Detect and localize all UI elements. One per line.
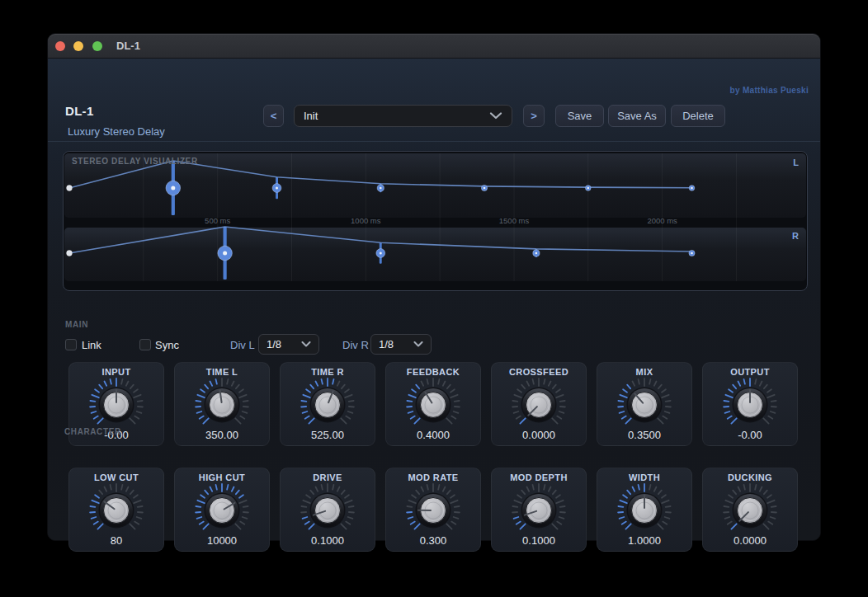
link-checkbox[interactable] (65, 339, 77, 350)
window-titlebar[interactable]: DL-1 (48, 34, 820, 59)
knob-dial[interactable] (185, 378, 259, 430)
channel-label-right: R (792, 231, 799, 241)
delay-tap-core (223, 251, 227, 256)
knob-dial[interactable] (607, 378, 682, 430)
input-tap-dot[interactable] (67, 251, 73, 256)
div-l-value: 1/8 (267, 338, 281, 350)
knob-dial[interactable] (713, 483, 787, 536)
knob-label: TIME R (311, 367, 344, 377)
knob-width[interactable]: WIDTH1.0000 (597, 468, 692, 552)
knob-dial[interactable] (79, 378, 153, 430)
knob-dial[interactable] (79, 483, 153, 536)
delay-tap-core (380, 252, 382, 255)
knob-dial[interactable] (185, 483, 259, 536)
save-button[interactable]: Save (555, 105, 604, 127)
input-tap-dot[interactable] (67, 186, 73, 191)
stereo-delay-visualizer[interactable]: 500 ms1000 ms1500 ms2000 ms STEREO DELAY… (63, 151, 808, 291)
chevron-down-icon (489, 112, 502, 120)
delay-tap-core (535, 252, 538, 255)
svg-text:1500 ms: 1500 ms (499, 216, 530, 225)
knob-row-character: LOW CUT80HIGH CUT10000DRIVE0.1000MOD RAT… (68, 468, 798, 552)
knob-crossfeed[interactable]: CROSSFEED0.0000 (491, 362, 587, 446)
knob-label: MOD RATE (408, 472, 458, 482)
knob-mix[interactable]: MIX0.3500 (597, 362, 692, 446)
delete-button[interactable]: Delete (671, 105, 725, 127)
window-title: DL-1 (116, 34, 140, 59)
knob-label: CROSSFEED (509, 367, 568, 377)
knob-label: MIX (636, 367, 653, 377)
preset-selector[interactable]: Init (294, 105, 512, 127)
knob-label: HIGH CUT (199, 472, 245, 482)
knob-label: TIME L (206, 367, 238, 377)
knob-value: 0.1000 (522, 534, 555, 547)
preset-name: Init (304, 110, 318, 122)
svg-text:1000 ms: 1000 ms (351, 216, 381, 225)
knob-dial[interactable] (502, 378, 576, 430)
knob-low-cut[interactable]: LOW CUT80 (68, 468, 164, 552)
knob-value: 0.4000 (417, 429, 450, 441)
knob-dial[interactable] (396, 483, 470, 536)
knob-value: 0.1000 (311, 534, 344, 547)
header-divider (48, 141, 820, 142)
div-l-label: Div L (230, 339, 255, 351)
minimize-button[interactable] (73, 41, 83, 51)
knob-value: 350.00 (205, 429, 238, 441)
sync-checkbox[interactable] (139, 339, 151, 350)
knob-label: DRIVE (313, 472, 342, 482)
knob-value: 0.300 (420, 534, 447, 547)
plugin-window: DL-1 by Matthias Pueski DL-1 Luxury Ster… (47, 33, 821, 541)
knob-label: DUCKING (728, 472, 772, 482)
knob-dial[interactable] (396, 378, 470, 430)
visualizer-title: STEREO DELAY VISUALIZER (72, 157, 198, 166)
knob-time-l[interactable]: TIME L350.00 (174, 362, 270, 446)
knob-label: MOD DEPTH (510, 472, 568, 482)
main-section-label: MAIN (65, 320, 88, 329)
knob-label: INPUT (102, 367, 131, 377)
knob-label: OUTPUT (730, 367, 770, 377)
knob-mod-rate[interactable]: MOD RATE0.300 (385, 468, 481, 552)
knob-row-main: INPUT-0.00TIME L350.00TIME R525.00FEEDBA… (68, 362, 798, 446)
svg-text:2000 ms: 2000 ms (647, 216, 677, 225)
chevron-down-icon (301, 341, 311, 347)
delay-tap-core (691, 187, 693, 190)
close-button[interactable] (55, 41, 65, 51)
maximize-button[interactable] (92, 41, 102, 51)
knob-value: 525.00 (311, 429, 344, 441)
knob-value: 0.0000 (522, 429, 555, 441)
author-byline: by Matthias Pueski (730, 86, 809, 95)
knob-dial[interactable] (290, 483, 365, 536)
div-r-value: 1/8 (379, 338, 394, 350)
knob-label: WIDTH (629, 472, 660, 482)
delay-tap-core (484, 187, 486, 190)
visualizer-canvas[interactable]: 500 ms1000 ms1500 ms2000 ms (64, 152, 807, 290)
knob-dial[interactable] (713, 378, 787, 430)
delay-tap-core (276, 187, 278, 190)
div-r-label: Div R (342, 339, 369, 351)
knob-value: 1.0000 (628, 534, 661, 547)
knob-ducking[interactable]: DUCKING0.0000 (702, 468, 798, 552)
preset-prev-button[interactable]: < (263, 105, 284, 127)
knob-label: FEEDBACK (407, 367, 460, 377)
div-r-selector[interactable]: 1/8 (370, 334, 432, 355)
knob-output[interactable]: OUTPUT-0.00 (702, 362, 798, 446)
preset-next-button[interactable]: > (523, 105, 545, 127)
delay-tap-core (171, 186, 175, 190)
knob-dial[interactable] (607, 483, 682, 536)
knob-mod-depth[interactable]: MOD DEPTH0.1000 (491, 468, 587, 552)
plugin-name: DL-1 (65, 104, 94, 118)
knob-label: LOW CUT (94, 472, 139, 482)
save-as-button[interactable]: Save As (608, 105, 666, 127)
delay-tap-core (587, 187, 590, 190)
knob-value: 80 (111, 534, 122, 547)
knob-value: 0.3500 (628, 429, 661, 441)
knob-high-cut[interactable]: HIGH CUT10000 (174, 468, 270, 552)
knob-feedback[interactable]: FEEDBACK0.4000 (385, 362, 481, 446)
knob-time-r[interactable]: TIME R525.00 (280, 362, 375, 446)
character-section-label: CHARACTER (64, 427, 121, 436)
knob-dial[interactable] (290, 378, 365, 430)
div-l-selector[interactable]: 1/8 (258, 334, 319, 355)
knob-dial[interactable] (502, 483, 576, 536)
chevron-down-icon (413, 341, 423, 347)
delay-tap-core (691, 252, 693, 255)
knob-drive[interactable]: DRIVE0.1000 (280, 468, 375, 552)
